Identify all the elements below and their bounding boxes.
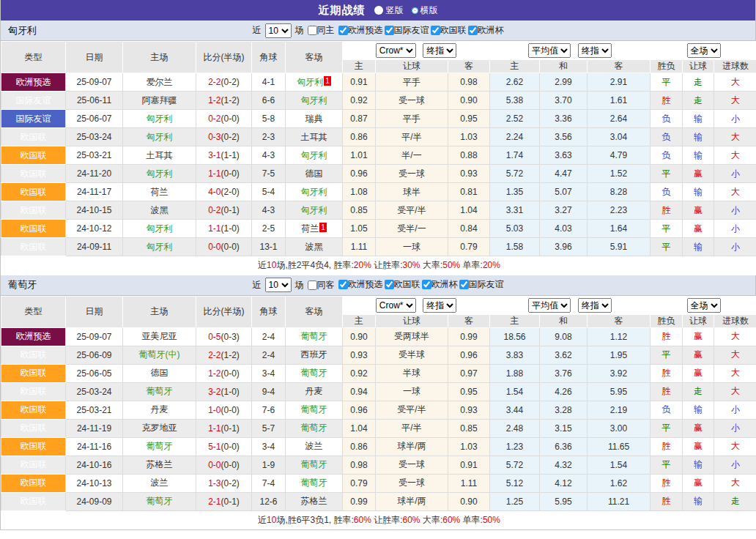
col-header-away: 客场 — [286, 296, 343, 327]
handicap-away-odds-cell: 1.04 — [448, 201, 490, 220]
summary-text: 让胜率: — [371, 260, 403, 270]
avg-away-odds-cell: 1.12 — [588, 327, 651, 346]
league-filter-label: 国际友谊 — [394, 24, 429, 37]
layout-radio-vertical[interactable]: 竖版 — [374, 4, 404, 17]
corners-cell: 2-4 — [252, 346, 286, 364]
league-filter[interactable]: 国际友谊 — [459, 278, 504, 291]
handicap-result-cell: 赢 — [683, 346, 714, 364]
league-type-cell: 欧国联 — [1, 492, 66, 510]
goals-result-cell: 大 — [714, 183, 756, 201]
col-header-date: 日期 — [66, 42, 123, 73]
corners-cell: 12-6 — [252, 492, 286, 510]
same-venue-checkbox[interactable] — [308, 26, 317, 35]
league-filter-checkbox[interactable] — [338, 280, 348, 289]
recent-count-select[interactable]: 10 — [265, 278, 292, 292]
result-cell: 平 — [651, 419, 683, 437]
radio-selected-icon[interactable] — [412, 8, 418, 13]
score-cell: 1-2(1-2) — [196, 92, 252, 110]
full-score: 0-0 — [208, 460, 220, 470]
handicap-home-odds-cell: 0.98 — [343, 456, 376, 474]
league-filter[interactable]: 欧洲预选 — [338, 24, 383, 37]
league-filter[interactable]: 欧洲杯 — [422, 278, 458, 291]
subcol-avg-home: 主 — [490, 60, 540, 73]
league-filter-checkbox[interactable] — [338, 26, 348, 35]
league-type-cell: 欧国联 — [1, 183, 66, 201]
league-filter[interactable]: 欧洲杯 — [468, 24, 504, 37]
summary-text: 单率: — [460, 515, 483, 525]
home-team-cell: 荷兰 — [123, 183, 196, 201]
handicap-result-cell: 输 — [683, 492, 714, 510]
same-venue-filter[interactable]: 同主 — [308, 24, 335, 37]
final-index-select[interactable]: 终指 — [423, 43, 456, 58]
page-title: 近期战绩 — [319, 4, 366, 18]
team-name: 荷兰 — [301, 223, 319, 234]
team-name: 德国 — [305, 168, 323, 179]
avg-draw-odds-cell: 3.70 — [540, 92, 588, 110]
team-name: 匈牙利 — [147, 114, 173, 124]
league-filter[interactable]: 国际友谊 — [385, 24, 429, 37]
final-index-select[interactable]: 终指 — [423, 298, 456, 313]
scope-group-header: 全场 — [651, 42, 756, 60]
league-filter-checkbox[interactable] — [422, 280, 431, 289]
full-score: 1-3 — [208, 478, 220, 488]
summary-text: 让胜率: — [371, 515, 403, 525]
match-date-cell: 25-09-07 — [66, 73, 123, 92]
team-name-label: 葡萄牙 — [8, 278, 37, 291]
same-venue-filter[interactable]: 同客 — [308, 279, 335, 291]
average-select[interactable]: 平均值 — [528, 298, 571, 313]
avg-home-odds-cell: 1.23 — [490, 437, 540, 456]
match-row: 欧国联24-11-20匈牙利1-1(0-0)7-5德国0.96受一球0.935.… — [1, 165, 756, 183]
full-match-select[interactable]: 全场 — [687, 298, 721, 313]
avg-draw-odds-cell: 4.32 — [540, 456, 588, 474]
home-team-cell: 克罗地亚 — [123, 419, 196, 437]
corners-cell: 13-1 — [252, 238, 286, 256]
odds-provider-select[interactable]: Crow* — [376, 298, 416, 313]
result-cell: 胜 — [651, 382, 683, 401]
away-team-cell: 匈牙利 — [286, 92, 343, 110]
league-filter-checkbox[interactable] — [468, 26, 478, 35]
result-cell: 平 — [651, 220, 683, 238]
away-team-cell: 匈牙利1 — [286, 73, 343, 92]
league-filter-label: 欧洲杯 — [478, 24, 504, 37]
radio-unselected-icon[interactable] — [374, 6, 383, 15]
half-score: (2-0) — [221, 187, 240, 197]
league-filter[interactable]: 欧国联 — [431, 24, 467, 37]
league-filter[interactable]: 欧国联 — [385, 278, 420, 291]
team-name: 匈牙利 — [301, 205, 327, 215]
average-select[interactable]: 平均值 — [528, 43, 571, 58]
handicap-line-cell: 受半/一 — [376, 220, 448, 238]
final-index-select-2[interactable]: 终指 — [578, 298, 612, 313]
final-index-select-2[interactable]: 终指 — [578, 43, 612, 58]
goals-result-cell: 大 — [714, 146, 756, 165]
goals-result-cell: 小 — [714, 201, 756, 220]
league-filter-checkbox[interactable] — [431, 26, 440, 35]
match-date-cell: 24-11-20 — [66, 165, 123, 183]
league-filter-label: 欧国联 — [394, 278, 420, 291]
recent-count-select[interactable]: 10 — [265, 23, 292, 38]
summary-text: 大率: — [420, 515, 443, 525]
full-score: 2-2 — [208, 77, 220, 87]
same-venue-checkbox[interactable] — [308, 280, 317, 290]
handicap-line-cell: 受平/半 — [376, 201, 448, 220]
avg-home-odds-cell: 1.54 — [490, 382, 540, 401]
handicap-home-odds-cell: 0.86 — [343, 437, 376, 456]
away-team-cell: 德国 — [286, 165, 343, 183]
col-header-corner: 角球 — [252, 42, 286, 73]
goals-result-cell: 大 — [714, 364, 756, 382]
odds-provider-select[interactable]: Crow* — [376, 43, 416, 58]
full-match-select[interactable]: 全场 — [687, 43, 721, 58]
handicap-line-cell: 平/半 — [376, 128, 448, 146]
match-row: 欧国联24-11-16葡萄牙5-1(0-0)3-4波兰0.86球半/两1.031… — [1, 437, 756, 456]
league-filter-checkbox[interactable] — [385, 280, 394, 289]
filter-row: 葡萄牙 近 10 场 同客 欧洲预选欧国联欧洲杯国际友谊 — [1, 275, 755, 296]
layout-radio-horizontal[interactable]: 横版 — [412, 4, 438, 17]
goals-result-cell: 大 — [714, 327, 756, 346]
league-filter[interactable]: 欧洲预选 — [338, 278, 383, 291]
league-filter-checkbox[interactable] — [385, 26, 394, 35]
avg-draw-odds-cell: 4.47 — [540, 165, 588, 183]
subcol-result: 胜负 — [651, 60, 683, 73]
score-cell: 0-3(0-2) — [196, 128, 252, 146]
match-date-cell: 25-03-21 — [66, 146, 123, 165]
league-filter-checkbox[interactable] — [459, 280, 469, 289]
handicap-result-cell: 赢 — [683, 220, 714, 238]
